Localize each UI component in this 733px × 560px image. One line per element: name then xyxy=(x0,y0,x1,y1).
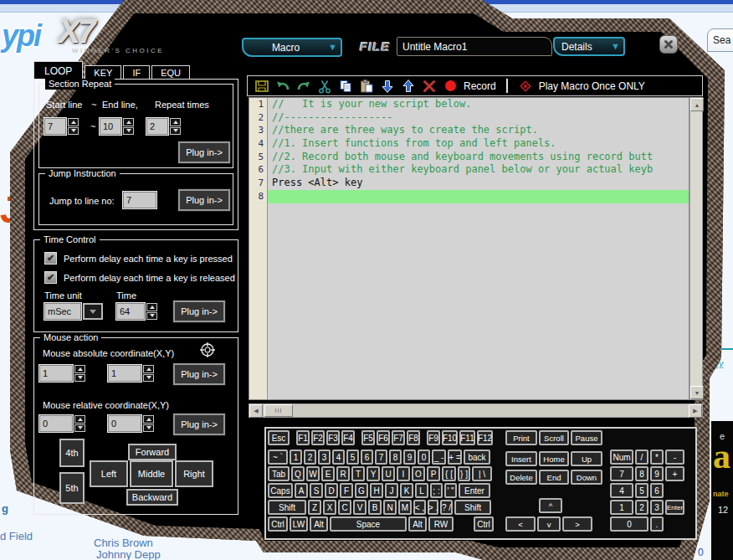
key-e[interactable]: E xyxy=(321,466,335,481)
key-v[interactable]: V xyxy=(353,500,366,515)
start-line-value[interactable]: 7 xyxy=(44,118,66,135)
key-9[interactable]: 9 xyxy=(650,466,664,481)
spin-up-icon[interactable] xyxy=(74,415,85,424)
mouse-left-button[interactable]: Left xyxy=(90,460,128,487)
key-scroll[interactable]: Scroll xyxy=(539,430,569,445)
spin-down-icon[interactable] xyxy=(74,424,85,433)
key-8[interactable]: 8 xyxy=(389,450,402,465)
delay-released-checkbox[interactable]: ✔ xyxy=(44,271,57,284)
tab-equ[interactable]: EQU xyxy=(151,65,190,80)
key-u[interactable]: U xyxy=(382,466,395,481)
key-h[interactable]: H xyxy=(370,483,383,498)
end-line-spinner[interactable]: 10 xyxy=(100,118,134,136)
key-f12[interactable]: F12 xyxy=(477,430,493,445)
mouse-middle-button[interactable]: Middle xyxy=(130,460,173,487)
key-symbol[interactable]: | \ xyxy=(472,466,492,481)
move-down-icon[interactable] xyxy=(380,79,395,94)
time-value[interactable]: 64 xyxy=(116,303,145,320)
key-7[interactable]: 7 xyxy=(610,466,633,481)
key-back[interactable]: back xyxy=(464,450,490,465)
key-4[interactable]: 4 xyxy=(332,450,345,465)
key-5[interactable]: 5 xyxy=(635,483,648,498)
delay-pressed-checkbox[interactable]: ✔ xyxy=(44,252,57,265)
close-button[interactable] xyxy=(659,35,678,54)
key-esc[interactable]: Esc xyxy=(268,430,290,445)
key-shift[interactable]: Shift xyxy=(268,500,306,515)
key-b[interactable]: B xyxy=(368,500,382,515)
key-j[interactable]: J xyxy=(385,483,398,498)
key-enter[interactable]: Enter xyxy=(459,483,490,498)
key-symbol[interactable]: * xyxy=(650,450,664,465)
spin-down-icon[interactable] xyxy=(143,374,154,383)
key-space[interactable]: Space xyxy=(330,516,407,532)
spin-up-icon[interactable] xyxy=(143,415,154,424)
key-num[interactable]: Num xyxy=(610,450,633,465)
key-g[interactable]: G xyxy=(355,483,368,498)
key-6[interactable]: 6 xyxy=(361,450,373,465)
tab-key[interactable]: KEY xyxy=(85,65,121,80)
time-plug-in-button[interactable]: Plug in-> xyxy=(173,301,225,322)
paste-icon[interactable] xyxy=(359,79,374,94)
key-5[interactable]: 5 xyxy=(346,450,359,465)
details-dropdown[interactable]: Details ▼ xyxy=(553,37,625,56)
absolute-plug-in-button[interactable]: Plug in-> xyxy=(173,363,225,385)
key-end[interactable]: End xyxy=(539,470,569,485)
spin-up-icon[interactable] xyxy=(123,118,134,126)
key-0[interactable]: 0 xyxy=(418,450,430,465)
key-x[interactable]: X xyxy=(323,500,336,515)
mouse-4th-button[interactable]: 4th xyxy=(59,439,85,467)
cut-icon[interactable] xyxy=(317,79,332,94)
start-line-spinner[interactable]: 7 xyxy=(44,118,79,136)
repeat-times-value[interactable]: 2 xyxy=(146,118,168,135)
time-unit-dropdown[interactable]: mSec xyxy=(44,303,103,320)
save-icon[interactable] xyxy=(254,79,269,94)
key-insert[interactable]: Insert xyxy=(505,451,537,466)
key-f[interactable]: F xyxy=(340,483,353,498)
key-n[interactable]: N xyxy=(383,500,397,515)
spin-down-icon[interactable] xyxy=(146,312,157,321)
absolute-y-spinner[interactable]: 1 xyxy=(108,365,154,383)
spin-up-icon[interactable] xyxy=(146,303,157,311)
script-editor[interactable]: 1// It is your new script below.2//-----… xyxy=(249,97,689,400)
redo-icon[interactable] xyxy=(296,79,311,94)
key-symbol[interactable]: } ] xyxy=(458,466,470,481)
macro-filename-input[interactable]: Untitle Macro1 xyxy=(397,37,552,56)
absolute-x-value[interactable]: 1 xyxy=(39,365,73,382)
spin-down-icon[interactable] xyxy=(123,127,134,136)
spin-up-icon[interactable] xyxy=(143,365,154,373)
key-alt[interactable]: Alt xyxy=(408,516,427,532)
key-1[interactable]: 1 xyxy=(610,500,633,515)
tab-if[interactable]: IF xyxy=(123,65,150,80)
key-k[interactable]: K xyxy=(400,483,413,498)
macro-dropdown[interactable]: Macro ▼ xyxy=(242,38,342,57)
chevron-down-icon[interactable]: ▼ xyxy=(328,43,341,52)
jump-to-line-input[interactable]: 7 xyxy=(123,192,156,208)
key-f4[interactable]: F4 xyxy=(341,430,355,445)
key-alt[interactable]: Alt xyxy=(310,516,328,532)
key-q[interactable]: Q xyxy=(291,466,305,481)
key-symbol[interactable]: - xyxy=(665,450,684,465)
spin-down-icon[interactable] xyxy=(143,424,154,433)
horizontal-scrollbar[interactable]: ◀ III ▶ xyxy=(249,403,703,418)
key-symbol[interactable]: > xyxy=(562,516,592,532)
key-symbol[interactable]: _ - xyxy=(432,450,446,465)
key-1[interactable]: 1 xyxy=(290,450,302,465)
key-f8[interactable]: F8 xyxy=(407,430,420,445)
spin-up-icon[interactable] xyxy=(68,118,79,126)
key-symbol[interactable]: + xyxy=(665,466,684,481)
key-4[interactable]: 4 xyxy=(610,483,633,498)
key-a[interactable]: A xyxy=(295,483,308,498)
vertical-scrollbar[interactable]: ▲ ▼ xyxy=(689,97,703,400)
key-o[interactable]: O xyxy=(412,466,425,481)
scrollbar-thumb[interactable]: III xyxy=(264,404,293,417)
mouse-right-button[interactable]: Right xyxy=(175,460,213,487)
key-w[interactable]: W xyxy=(306,466,320,481)
key-symbol[interactable]: ' " xyxy=(444,483,457,498)
spin-up-icon[interactable] xyxy=(74,365,85,373)
key-symbol[interactable]: < , xyxy=(413,500,426,515)
key-down[interactable]: Down xyxy=(571,470,602,485)
spin-down-icon[interactable] xyxy=(170,127,181,136)
record-label[interactable]: Record xyxy=(464,80,496,92)
tab-loop[interactable]: LOOP xyxy=(33,61,83,80)
key-r[interactable]: R xyxy=(336,466,350,481)
